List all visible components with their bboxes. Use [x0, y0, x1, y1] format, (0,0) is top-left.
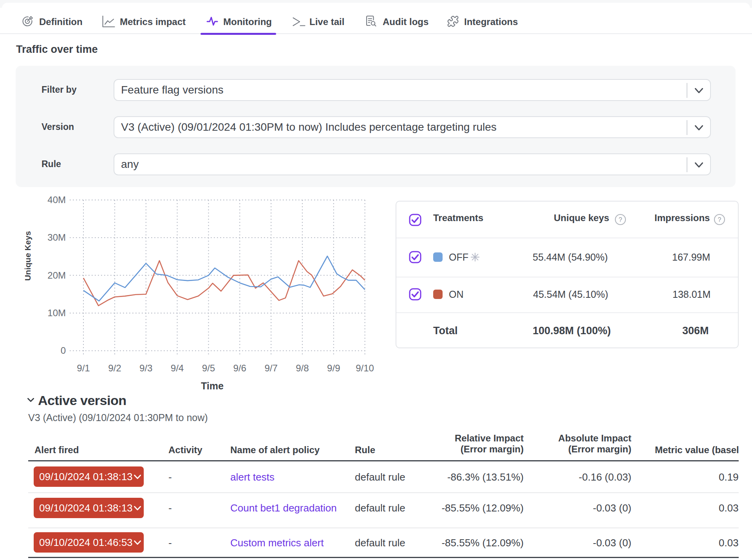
svg-text:9/6: 9/6 [233, 363, 246, 373]
svg-text:Unique Keys: Unique Keys [23, 231, 32, 281]
svg-text:9/7: 9/7 [264, 363, 277, 373]
svg-text:9/3: 9/3 [139, 363, 152, 373]
svg-text:20M: 20M [47, 270, 66, 281]
svg-text:9/8: 9/8 [296, 363, 309, 373]
svg-text:40M: 40M [47, 194, 66, 205]
svg-text:30M: 30M [47, 232, 66, 243]
svg-text:9/1: 9/1 [77, 363, 90, 373]
svg-text:10M: 10M [47, 308, 66, 318]
svg-text:9/4: 9/4 [171, 363, 184, 373]
svg-text:0: 0 [61, 345, 66, 356]
svg-text:9/2: 9/2 [108, 363, 121, 373]
svg-text:?: ? [718, 216, 721, 223]
svg-text:Time: Time [201, 380, 224, 391]
svg-text:?: ? [619, 216, 622, 223]
svg-text:9/5: 9/5 [202, 363, 215, 373]
svg-text:9/10: 9/10 [356, 363, 374, 373]
svg-text:9/9: 9/9 [327, 363, 340, 373]
